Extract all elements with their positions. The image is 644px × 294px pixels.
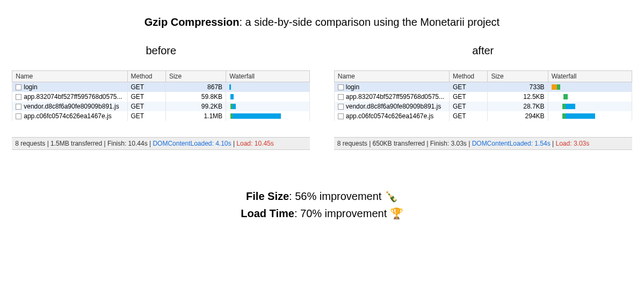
results: File Size: 56% improvement 🍾 Load Time: …	[0, 188, 644, 222]
after-rows: loginGET733Bapp.832074bf527ff595768d0575…	[334, 82, 632, 121]
header-method[interactable]: Method	[450, 71, 488, 82]
summary-finish: Finish: 10.44s	[107, 140, 148, 147]
row-name-text: vendor.d8c8f6a90fe80909b891.js	[346, 103, 442, 110]
row-name-text: app.c06fc0574c626ea1467e.js	[346, 112, 433, 120]
cell-name: vendor.d8c8f6a90fe80909b891.js	[12, 102, 127, 111]
waterfall-segment	[230, 94, 234, 99]
cell-size: 59.8KB	[165, 92, 226, 102]
cell-waterfall	[226, 82, 310, 92]
header-size[interactable]: Size	[488, 71, 548, 82]
table-row[interactable]: vendor.d8c8f6a90fe80909b891.jsGET28.7KB	[334, 102, 632, 111]
row-checkbox[interactable]	[16, 94, 21, 100]
cell-method: GET	[450, 92, 488, 102]
header-method[interactable]: Method	[127, 71, 165, 82]
cell-name: login	[12, 82, 127, 92]
cell-method: GET	[127, 111, 165, 121]
waterfall-segment	[552, 84, 557, 90]
table-row[interactable]: app.c06fc0574c626ea1467e.jsGET294KB	[334, 111, 632, 121]
table-row[interactable]: vendor.d8c8f6a90fe80909b891.jsGET99.2KB	[12, 102, 310, 111]
waterfall-segment	[566, 113, 595, 119]
cell-size: 1.1MB	[165, 111, 226, 121]
cell-waterfall	[548, 102, 632, 111]
row-checkbox[interactable]	[16, 84, 21, 90]
before-rows: loginGET867Bapp.832074bf527ff595768d0575…	[12, 82, 310, 121]
before-summary: 8 requests | 1.5MB transferred | Finish:…	[12, 137, 310, 150]
cell-size: 294KB	[488, 111, 548, 121]
waterfall-segment	[229, 84, 231, 90]
waterfall-segment	[566, 104, 575, 109]
row-checkbox[interactable]	[16, 113, 21, 119]
before-label: before	[12, 45, 310, 57]
result-loadtime: Load Time: 70% improvement 🏆	[0, 205, 644, 222]
cell-name: login	[334, 82, 449, 92]
row-checkbox[interactable]	[338, 113, 344, 119]
cell-waterfall	[226, 102, 310, 111]
row-name-text: login	[346, 83, 359, 91]
row-checkbox[interactable]	[338, 104, 344, 110]
cell-name: app.c06fc0574c626ea1467e.js	[12, 111, 127, 121]
title-rest: : a side-by-side comparison using the Mo…	[240, 16, 500, 28]
cell-method: GET	[450, 82, 488, 92]
cell-size: 733B	[488, 82, 548, 92]
cell-waterfall	[226, 111, 310, 121]
header-size[interactable]: Size	[165, 71, 226, 82]
waterfall-track	[229, 93, 305, 101]
cell-name: vendor.d8c8f6a90fe80909b891.js	[334, 102, 449, 111]
cell-size: 28.7KB	[488, 102, 548, 111]
header-waterfall[interactable]: Waterfall	[548, 71, 632, 82]
after-summary: 8 requests | 650KB transferred | Finish:…	[334, 137, 632, 150]
cell-waterfall	[548, 92, 632, 102]
table-row[interactable]: app.c06fc0574c626ea1467e.jsGET1.1MB	[12, 111, 310, 121]
after-table: Name Method Size Waterfall loginGET733Ba…	[334, 70, 632, 121]
waterfall-segment	[233, 104, 236, 109]
row-checkbox[interactable]	[338, 84, 344, 90]
waterfall-segment	[557, 84, 560, 90]
summary-transferred: 1.5MB transferred	[50, 140, 102, 147]
cell-method: GET	[450, 111, 488, 121]
header-name[interactable]: Name	[334, 71, 449, 82]
summary-load: Load: 10.45s	[236, 140, 273, 147]
row-name-text: login	[24, 83, 37, 91]
waterfall-track	[552, 112, 627, 120]
header-name[interactable]: Name	[12, 71, 127, 82]
cell-waterfall	[548, 111, 632, 121]
waterfall-segment	[233, 113, 281, 119]
summary-reqs: 8 requests	[15, 140, 45, 147]
after-panel: after Name Method Size Waterfall loginGE…	[334, 45, 632, 150]
loadtime-value: : 70% improvement 🏆	[294, 207, 403, 219]
table-row[interactable]: app.832074bf527ff595768d0575...GET12.5KB	[334, 92, 632, 102]
cell-size: 867B	[165, 82, 226, 92]
table-row[interactable]: app.832074bf527ff595768d0575...GET59.8KB	[12, 92, 310, 102]
waterfall-segment	[563, 94, 568, 99]
cell-method: GET	[127, 82, 165, 92]
row-name-text: app.832074bf527ff595768d0575...	[24, 93, 122, 101]
cell-method: GET	[127, 92, 165, 102]
row-name-text: vendor.d8c8f6a90fe80909b891.js	[24, 103, 119, 110]
before-panel: before Name Method Size Waterfall loginG…	[12, 45, 310, 150]
summary-finish: Finish: 3.03s	[430, 140, 467, 147]
filesize-label: File Size	[246, 190, 289, 202]
summary-load: Load: 3.03s	[556, 140, 590, 147]
waterfall-track	[552, 103, 627, 110]
row-checkbox[interactable]	[16, 104, 21, 110]
summary-dom: DOMContentLoaded: 4.10s	[153, 140, 231, 147]
table-row[interactable]: loginGET733B	[334, 82, 632, 92]
table-row[interactable]: loginGET867B	[12, 82, 310, 92]
cell-method: GET	[450, 102, 488, 111]
before-table: Name Method Size Waterfall loginGET867Ba…	[12, 70, 310, 121]
summary-dom: DOMContentLoaded: 1.54s	[472, 140, 551, 147]
row-name-text: app.832074bf527ff595768d0575...	[346, 93, 444, 101]
comparison-panels: before Name Method Size Waterfall loginG…	[0, 45, 644, 150]
summary-transferred: 650KB transferred	[373, 140, 425, 147]
waterfall-track	[229, 83, 305, 91]
summary-reqs: 8 requests	[337, 140, 367, 147]
page-title: Gzip Compression: a side-by-side compari…	[0, 0, 644, 34]
filesize-value: : 56% improvement 🍾	[289, 190, 398, 202]
row-checkbox[interactable]	[338, 94, 344, 100]
loadtime-label: Load Time	[241, 207, 294, 219]
cell-waterfall	[548, 82, 632, 92]
after-label: after	[334, 45, 632, 57]
waterfall-track	[552, 83, 627, 91]
cell-size: 99.2KB	[165, 102, 226, 111]
header-waterfall[interactable]: Waterfall	[226, 71, 310, 82]
